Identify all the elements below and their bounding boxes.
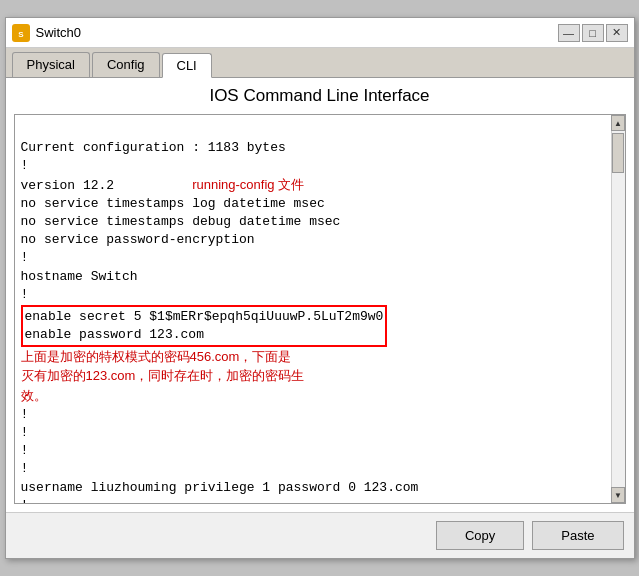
- cli-line-excl6: !: [21, 443, 29, 458]
- cli-line-excl5: !: [21, 425, 29, 440]
- page-title: IOS Command Line Interface: [14, 86, 626, 106]
- cli-line-excl8: !: [21, 498, 29, 503]
- cli-line-version: version 12.2: [21, 178, 115, 193]
- content-area: IOS Command Line Interface Current confi…: [6, 78, 634, 512]
- tab-physical[interactable]: Physical: [12, 52, 90, 77]
- bottom-bar: Copy Paste: [6, 512, 634, 558]
- annotation-running-config: running-config 文件: [192, 177, 304, 192]
- cli-line-excl7: !: [21, 461, 29, 476]
- cli-line-ts1: no service timestamps log datetime msec: [21, 196, 325, 211]
- cli-container: Current configuration : 1183 bytes ! ver…: [14, 114, 626, 504]
- tab-config[interactable]: Config: [92, 52, 160, 77]
- cli-line-excl4: !: [21, 407, 29, 422]
- tab-bar: Physical Config CLI: [6, 48, 634, 78]
- cli-line-secret: enable secret 5 $1$mERr$epqh5qiUuuwP.5Lu…: [25, 309, 384, 324]
- minimize-button[interactable]: —: [558, 24, 580, 42]
- cli-line-excl3: !: [21, 287, 29, 302]
- tab-cli[interactable]: CLI: [162, 53, 212, 78]
- scroll-up-button[interactable]: ▲: [611, 115, 625, 131]
- scroll-down-button[interactable]: ▼: [611, 487, 625, 503]
- scroll-thumb[interactable]: [612, 133, 624, 173]
- title-bar: S Switch0 — □ ✕: [6, 18, 634, 48]
- cli-line-excl2: !: [21, 250, 29, 265]
- window-controls: — □ ✕: [558, 24, 628, 42]
- scrollbar[interactable]: ▲ ▼: [611, 115, 625, 503]
- app-icon: S: [12, 24, 30, 42]
- cli-output[interactable]: Current configuration : 1183 bytes ! ver…: [15, 115, 611, 503]
- cli-line-passwd-enc: no service password-encryption: [21, 232, 255, 247]
- cli-line-hostname: hostname Switch: [21, 269, 138, 284]
- paste-button[interactable]: Paste: [532, 521, 623, 550]
- cli-line-config: Current configuration : 1183 bytes: [21, 140, 286, 155]
- main-window: S Switch0 — □ ✕ Physical Config CLI IOS …: [5, 17, 635, 559]
- close-button[interactable]: ✕: [606, 24, 628, 42]
- maximize-button[interactable]: □: [582, 24, 604, 42]
- cli-line-ts2: no service timestamps debug datetime mse…: [21, 214, 341, 229]
- cli-line-username: username liuzhouming privilege 1 passwor…: [21, 480, 419, 495]
- svg-text:S: S: [18, 30, 24, 39]
- window-title: Switch0: [36, 25, 558, 40]
- cli-line-enable-pwd: enable password 123.com: [25, 327, 204, 342]
- annotation-password-note: 上面是加密的特权模式的密码456.com，下面是 灭有加密的123.com，同时…: [21, 349, 305, 402]
- copy-button[interactable]: Copy: [436, 521, 524, 550]
- highlighted-commands: enable secret 5 $1$mERr$epqh5qiUuuwP.5Lu…: [21, 305, 388, 347]
- cli-line-excl1: !: [21, 158, 29, 173]
